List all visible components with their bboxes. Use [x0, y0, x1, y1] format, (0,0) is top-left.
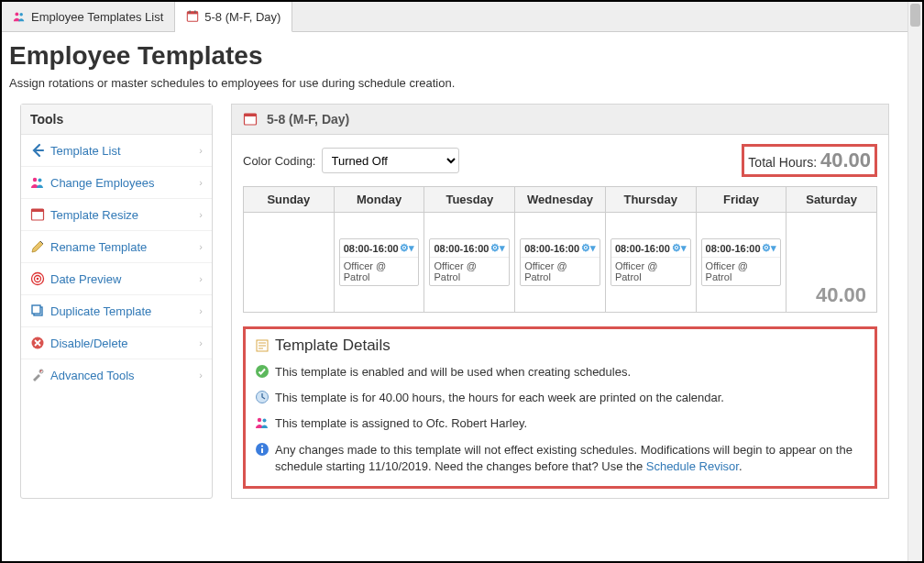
day-cell[interactable]: 08:00-16:00⚙▾ Officer @ Patrol: [606, 213, 696, 312]
day-sunday: Sunday: [244, 187, 335, 312]
svg-point-0: [15, 12, 18, 16]
week-grid: Sunday Monday 08:00-16:00⚙▾ Officer @ Pa…: [243, 186, 877, 313]
total-hours-box: Total Hours: 40.00: [742, 144, 877, 177]
detail-panel: 5-8 (M-F, Day) Color Coding: Turned Off …: [231, 104, 889, 499]
chevron-right-icon: ›: [199, 370, 203, 381]
tool-advanced-tools[interactable]: Advanced Tools›: [21, 359, 212, 391]
color-coding-label: Color Coding:: [243, 154, 316, 168]
tool-rename-template[interactable]: Rename Template›: [21, 231, 212, 263]
tab-label: 5-8 (M-F, Day): [204, 10, 280, 24]
duplicate-icon: [30, 304, 45, 318]
day-thursday: Thursday 08:00-16:00⚙▾ Officer @ Patrol: [606, 187, 697, 312]
shift-block[interactable]: 08:00-16:00⚙▾ Officer @ Patrol: [701, 238, 782, 286]
svg-point-6: [33, 178, 37, 182]
gear-icon[interactable]: ⚙▾: [672, 242, 687, 254]
svg-rect-5: [194, 10, 195, 13]
svg-rect-9: [32, 209, 44, 212]
detail-enabled-line: This template is enabled and will be use…: [255, 364, 865, 381]
day-saturday: Saturday 40.00: [786, 187, 876, 312]
color-coding-select[interactable]: Turned Off: [322, 148, 459, 173]
tool-change-employees[interactable]: Change Employees›: [21, 167, 212, 199]
day-friday: Friday 08:00-16:00⚙▾ Officer @ Patrol: [697, 187, 787, 312]
detail-changes-line: Any changes made to this template will n…: [255, 442, 865, 475]
gear-icon[interactable]: ⚙▾: [581, 242, 596, 254]
tool-template-list[interactable]: Template List›: [21, 135, 212, 167]
tools-icon: [30, 368, 45, 382]
title-area: Employee Templates Assign rotations or m…: [2, 32, 908, 104]
delete-icon: [30, 336, 45, 350]
target-icon: [30, 271, 45, 286]
row-total: 40.00: [791, 283, 872, 307]
svg-rect-3: [188, 12, 198, 15]
shift-block[interactable]: 08:00-16:00⚙▾ Officer @ Patrol: [610, 238, 691, 286]
gear-icon[interactable]: ⚙▾: [400, 242, 414, 254]
people-icon: [13, 10, 26, 23]
page-subtitle: Assign rotations or master schedules to …: [9, 76, 900, 90]
tab-employee-templates-list[interactable]: Employee Templates List: [2, 2, 175, 31]
template-details-heading: Template Details: [255, 337, 865, 355]
chevron-right-icon: ›: [199, 241, 203, 252]
chevron-right-icon: ›: [199, 305, 203, 316]
chevron-right-icon: ›: [199, 337, 203, 348]
day-cell[interactable]: 08:00-16:00⚙▾ Officer @ Patrol: [515, 213, 605, 312]
chevron-right-icon: ›: [199, 177, 203, 188]
page-title: Employee Templates: [9, 41, 900, 71]
tab-label: Employee Templates List: [31, 10, 163, 24]
chevron-right-icon: ›: [199, 273, 203, 284]
tab-bar: Employee Templates List 5-8 (M-F, Day): [2, 2, 908, 32]
day-tuesday: Tuesday 08:00-16:00⚙▾ Officer @ Patrol: [424, 187, 515, 312]
svg-point-1: [19, 13, 23, 17]
calendar-icon: [186, 10, 199, 23]
day-cell[interactable]: 08:00-16:00⚙▾ Officer @ Patrol: [697, 213, 786, 312]
detail-title: 5-8 (M-F, Day): [267, 112, 349, 127]
arrow-left-icon: [30, 143, 45, 158]
info-icon: [255, 442, 270, 457]
pencil-icon: [30, 239, 45, 254]
svg-rect-4: [190, 10, 191, 13]
calendar-icon: [30, 207, 45, 222]
calendar-icon: [243, 112, 258, 127]
sidebar-header: Tools: [21, 105, 212, 135]
tool-template-resize[interactable]: Template Resize›: [21, 199, 212, 231]
detail-header: 5-8 (M-F, Day): [231, 104, 889, 135]
svg-rect-25: [261, 448, 263, 453]
vertical-scrollbar[interactable]: [908, 2, 922, 561]
svg-point-12: [37, 278, 39, 281]
chevron-right-icon: ›: [199, 209, 203, 220]
tool-duplicate-template[interactable]: Duplicate Template›: [21, 295, 212, 327]
svg-point-23: [263, 419, 267, 423]
day-monday: Monday 08:00-16:00⚙▾ Officer @ Patrol: [335, 187, 425, 312]
detail-hours-line: This template is for 40.00 hours, the ho…: [255, 390, 865, 406]
tool-disable-delete[interactable]: Disable/Delete›: [21, 327, 212, 359]
shift-block[interactable]: 08:00-16:00⚙▾ Officer @ Patrol: [429, 238, 510, 286]
tab-template-detail[interactable]: 5-8 (M-F, Day): [175, 2, 292, 32]
day-cell[interactable]: 08:00-16:00⚙▾ Officer @ Patrol: [424, 213, 514, 312]
detail-assigned-line: This template is assigned to Ofc. Robert…: [255, 415, 865, 432]
total-hours-value: 40.00: [820, 149, 871, 171]
total-hours-label: Total Hours:: [748, 155, 817, 170]
svg-rect-14: [32, 305, 40, 314]
day-cell[interactable]: [244, 213, 334, 312]
chevron-right-icon: ›: [199, 145, 203, 156]
scrollbar-thumb[interactable]: [910, 4, 920, 27]
notes-icon: [255, 338, 270, 353]
check-icon: [255, 364, 270, 379]
gear-icon[interactable]: ⚙▾: [490, 242, 505, 254]
schedule-revisor-link[interactable]: Schedule Revisor: [646, 459, 739, 473]
day-cell[interactable]: 40.00: [786, 213, 876, 312]
tool-date-preview[interactable]: Date Preview›: [21, 263, 212, 295]
clock-icon: [255, 390, 270, 404]
svg-point-7: [38, 179, 42, 182]
gear-icon[interactable]: ⚙▾: [762, 242, 776, 254]
shift-block[interactable]: 08:00-16:00⚙▾ Officer @ Patrol: [339, 238, 420, 286]
control-row: Color Coding: Turned Off Total Hours: 40…: [243, 144, 877, 177]
svg-point-26: [261, 445, 263, 447]
day-cell[interactable]: 08:00-16:00⚙▾ Officer @ Patrol: [335, 213, 424, 312]
template-details-box: Template Details This template is enable…: [243, 326, 877, 489]
svg-point-22: [258, 418, 261, 422]
people-icon: [255, 415, 270, 430]
day-wednesday: Wednesday 08:00-16:00⚙▾ Officer @ Patrol: [515, 187, 606, 312]
shift-block[interactable]: 08:00-16:00⚙▾ Officer @ Patrol: [520, 238, 600, 286]
people-icon: [30, 175, 45, 190]
svg-rect-18: [245, 114, 257, 116]
